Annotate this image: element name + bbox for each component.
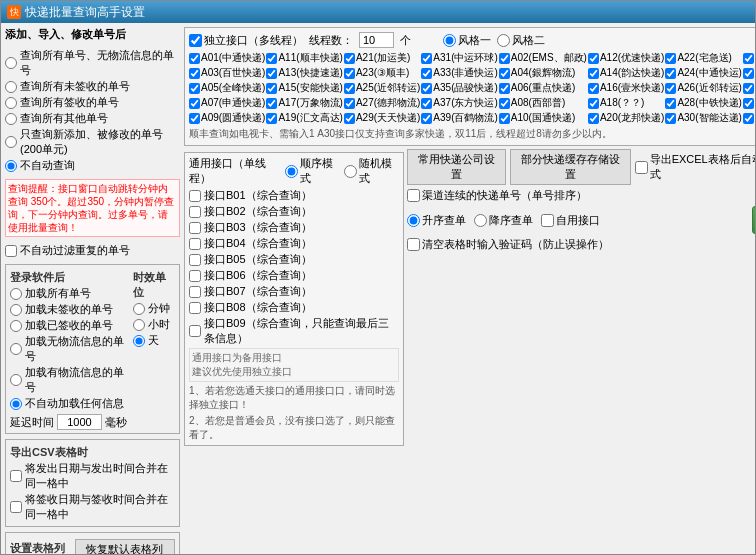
radio-query-all[interactable]: 查询所有单号、无物流信息的单号 — [5, 48, 180, 78]
courier-A21[interactable]: A21(加运美) — [344, 51, 420, 65]
courier-A28[interactable]: A28(中铁快递) — [665, 96, 741, 110]
title-bar: 快 快递批量查询高手设置 — [1, 1, 755, 23]
note2: 1、若若您选通天接口的通用接口口，请同时选择独立接口！ — [189, 384, 399, 412]
export-section: 导出CSV表格时 将发出日期与发出时间合并在同一格中 将签收日期与签收时间合并在… — [5, 439, 180, 527]
courier-A10[interactable]: A10(国通快递) — [499, 111, 587, 125]
dedup-checkbox[interactable]: 不自动过滤重复的单号 — [5, 243, 180, 258]
courier-A22[interactable]: A22(宅急送) — [665, 51, 741, 65]
delay-input[interactable] — [57, 414, 102, 430]
login-title: 登录软件后 — [10, 270, 129, 285]
sequence-mode-radio[interactable]: 顺序模式 — [285, 156, 340, 186]
courier-A04[interactable]: A04(銀辉物流) — [499, 66, 587, 80]
courier-A35[interactable]: A35(品骏快递) — [421, 81, 497, 95]
courier-A07[interactable]: A07(申通快递) — [189, 96, 265, 110]
courier-A29[interactable]: A29(天天快递) — [344, 111, 420, 125]
courier-A12[interactable]: A12(优速快递) — [588, 51, 664, 65]
random-mode-radio[interactable]: 随机模式 — [344, 156, 399, 186]
time-unit-col: 时效单位 分钟 小时 天 — [133, 268, 175, 349]
courier-A33[interactable]: A33(非通快运) — [421, 66, 497, 80]
courier-A11[interactable]: A11(顺丰快递) — [266, 51, 342, 65]
courier-A02[interactable]: A02(EMS、邮政) — [499, 51, 587, 65]
radio-query-new[interactable]: 只查询新添加、被修改的单号 (200单元) — [5, 127, 180, 157]
courier-A23[interactable]: A23(③顺丰) — [344, 66, 420, 80]
courier-A14[interactable]: A14(韵达快递) — [588, 66, 664, 80]
time-unit-title: 时效单位 — [133, 270, 175, 300]
main-window: 快 快递批量查询高手设置 添加、导入、修改单号后 查询所有单号、无物流信息的单号… — [0, 0, 756, 555]
courier-A32[interactable]: A32(日日顺物流) — [743, 51, 755, 65]
courier-A37[interactable]: A37(东方快运) — [421, 96, 497, 110]
courier-settings-btn[interactable]: 常用快递公司设置 — [407, 149, 506, 185]
courier-A05[interactable]: A05(全峰快递) — [189, 81, 265, 95]
b06-checkbox[interactable]: 接口B06（综合查询） — [189, 268, 399, 283]
wind1-radio[interactable]: 风格一 — [443, 33, 491, 48]
courier-A25[interactable]: A25(近邻转运) — [344, 81, 420, 95]
upgrade-radio[interactable]: 升序查单 — [407, 213, 466, 228]
courier-A31[interactable]: A31(中运环球) — [421, 51, 497, 65]
b08-checkbox[interactable]: 接口B08（综合查询） — [189, 300, 399, 315]
courier-A20[interactable]: A20(龙邦快递) — [588, 111, 664, 125]
load-all[interactable]: 加载所有单号 — [10, 286, 129, 301]
courier-A19[interactable]: A19(汇文高达) — [266, 111, 342, 125]
courier-A38[interactable]: A38(香木高管) — [743, 96, 755, 110]
unit-min[interactable]: 分钟 — [133, 301, 175, 316]
courier-A08[interactable]: A08(西部普) — [499, 96, 587, 110]
radio-query-signed[interactable]: 查询所有签收的单号 — [5, 95, 180, 110]
b04-checkbox[interactable]: 接口B04（综合查询） — [189, 236, 399, 251]
courier-A24[interactable]: A24(中通快运) — [665, 66, 741, 80]
courier-A09[interactable]: A09(圆通快递) — [189, 111, 265, 125]
load-no-logistics[interactable]: 加载无物流信息的单号 — [10, 334, 129, 364]
interface-note: 通用接口为备用接口建议优先使用独立接口 — [189, 348, 399, 382]
window-title: 快递批量查询高手设置 — [25, 4, 145, 21]
courier-grid: A01(中通快递) A11(顺丰快递) A21(加运美) A31(中运环球) A… — [189, 51, 755, 125]
export-merge-send[interactable]: 将发出日期与发出时间合并在同一格中 — [10, 461, 175, 491]
export-merge-sign[interactable]: 将签收日期与签收时间合并在同一格中 — [10, 492, 175, 522]
courier-A26[interactable]: A26(近邻转运) — [665, 81, 741, 95]
table-title: 设置表格列宽 — [10, 541, 75, 554]
downgrade-radio[interactable]: 降序查单 — [474, 213, 533, 228]
courier-A36[interactable]: A36(苏通快运) — [743, 81, 755, 95]
courier-A16[interactable]: A16(壹米快递) — [588, 81, 664, 95]
courier-A01[interactable]: A01(中通快递) — [189, 51, 265, 65]
b09-checkbox[interactable]: 接口B09（综合查询，只能查询最后三条信息） — [189, 316, 399, 346]
b02-checkbox[interactable]: 接口B02（综合查询） — [189, 204, 399, 219]
thread-count-input[interactable] — [359, 32, 394, 48]
load-has-logistics[interactable]: 加载有物流信息的单号 — [10, 365, 129, 395]
radio-no-auto-query[interactable]: 不自动查询 — [5, 158, 180, 173]
excel-export-checkbox[interactable]: 导出EXCEL表格后自动转换为xlxs格式 — [635, 152, 755, 182]
b01-checkbox[interactable]: 接口B01（综合查询） — [189, 188, 399, 203]
load-signed[interactable]: 加载已签收的单号 — [10, 318, 129, 333]
b03-checkbox[interactable]: 接口B03（综合查询） — [189, 220, 399, 235]
courier-A15[interactable]: A15(安能快递) — [266, 81, 342, 95]
courier-A06[interactable]: A06(重点快递) — [499, 81, 587, 95]
section1-title: 添加、导入、修改单号后 — [5, 27, 180, 42]
storage-settings-btn[interactable]: 部分快递缓存存储设置 — [510, 149, 631, 185]
courier-A13[interactable]: A13(快捷速递) — [266, 66, 342, 80]
single-line-area: 通用接口（单线程） 顺序模式 随机模式 接口B01（综合查询） 接口B02 — [184, 149, 404, 550]
b05-checkbox[interactable]: 接口B05（综合查询） — [189, 252, 399, 267]
warning-text: 查询提醒：接口窗口自动跳转分钟内查询 350个。超过350，分钟内暂停查询，下一… — [5, 179, 180, 237]
custom-interface-checkbox[interactable]: 自用接口 — [541, 213, 600, 228]
mixed-checkbox[interactable]: 渠道连续的快递单号（单号排序） — [407, 188, 587, 203]
courier-A34[interactable]: A34(开心快线) — [743, 66, 755, 80]
courier-A03[interactable]: A03(百世快递) — [189, 66, 265, 80]
load-none[interactable]: 不自动加载任何信息 — [10, 396, 129, 411]
unit-day[interactable]: 天 — [133, 333, 175, 348]
restore-table-btn[interactable]: 恢复默认表格列宽 — [75, 539, 175, 554]
courier-A30[interactable]: A30(智能达递) — [665, 111, 741, 125]
courier-A39[interactable]: A39(百鹤物流) — [421, 111, 497, 125]
courier-A18[interactable]: A18(？？) — [588, 96, 664, 110]
b07-checkbox[interactable]: 接口B07（综合查询） — [189, 284, 399, 299]
empty-checkbox[interactable]: 清空表格时输入验证码（防止误操作） — [407, 237, 609, 252]
unit-hour[interactable]: 小时 — [133, 317, 175, 332]
note1: 顺丰查询如电视卡、需输入1 A30接口仅支持查询多家快递，双11后，线程超过8请… — [189, 127, 755, 141]
radio-query-unsigned[interactable]: 查询所有未签收的单号 — [5, 79, 180, 94]
courier-A27[interactable]: A27(德邦物流) — [344, 96, 420, 110]
save-button[interactable]: 保存设置 — [752, 206, 755, 234]
wind2-radio[interactable]: 风格二 — [497, 33, 545, 48]
independent-checkbox[interactable]: 独立接口（多线程） — [189, 33, 303, 48]
courier-A40[interactable]: A40(天河物流) — [743, 111, 755, 125]
courier-A17[interactable]: A17(万象物流) — [266, 96, 342, 110]
delay-row: 延迟时间 毫秒 — [10, 414, 175, 430]
radio-query-other[interactable]: 查询所有其他单号 — [5, 111, 180, 126]
load-unsigned[interactable]: 加载未签收的单号 — [10, 302, 129, 317]
